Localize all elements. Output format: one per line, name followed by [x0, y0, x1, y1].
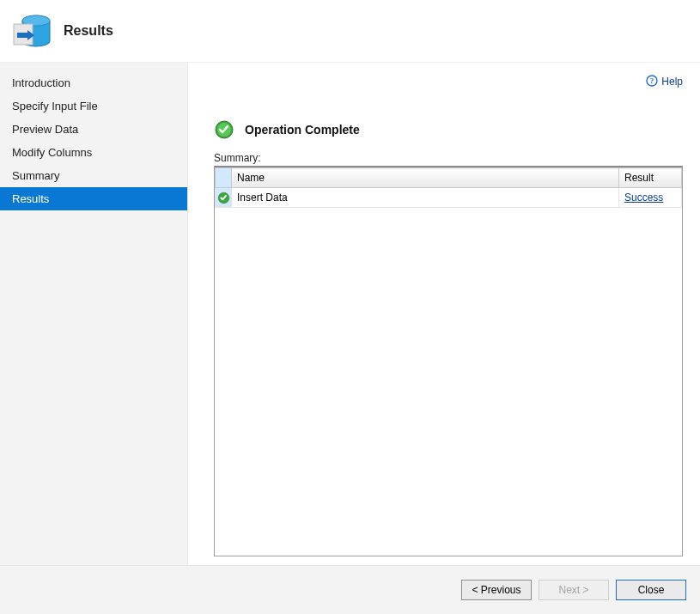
sidebar-item-results[interactable]: Results — [0, 187, 187, 210]
database-import-icon — [10, 9, 52, 50]
result-link-success[interactable]: Success — [624, 191, 663, 204]
sidebar-item-introduction[interactable]: Introduction — [0, 71, 187, 94]
wizard-header: Results — [0, 0, 700, 62]
success-check-icon — [214, 119, 234, 140]
wizard-steps-sidebar: Introduction Specify Input File Preview … — [0, 63, 188, 565]
previous-button[interactable]: < Previous — [461, 580, 532, 600]
page-title: Results — [64, 23, 113, 39]
operation-status-title: Operation Complete — [245, 123, 360, 137]
sidebar-item-summary[interactable]: Summary — [0, 164, 187, 187]
summary-table-container: Name Result — [214, 166, 683, 556]
sidebar-item-modify-columns[interactable]: Modify Columns — [0, 141, 187, 164]
table-header-result: Result — [619, 168, 682, 188]
sidebar-item-specify-input-file[interactable]: Specify Input File — [0, 94, 187, 118]
row-result-cell: Success — [619, 188, 682, 208]
table-header-name: Name — [232, 168, 619, 188]
wizard-footer: < Previous Next > Close — [0, 565, 700, 614]
sidebar-item-preview-data[interactable]: Preview Data — [0, 118, 187, 141]
row-name-cell: Insert Data — [232, 188, 619, 208]
close-button[interactable]: Close — [616, 580, 686, 600]
help-icon[interactable]: ? — [646, 75, 658, 89]
help-link[interactable]: Help — [661, 76, 683, 88]
svg-rect-3 — [17, 33, 27, 38]
row-status-icon — [216, 188, 232, 208]
table-row: Insert Data Success — [216, 188, 682, 208]
summary-table: Name Result — [215, 167, 682, 208]
table-header-icon — [216, 168, 232, 188]
next-button: Next > — [539, 580, 609, 600]
summary-label: Summary: — [214, 152, 683, 164]
table-header-row: Name Result — [216, 168, 682, 188]
svg-text:?: ? — [650, 76, 654, 85]
